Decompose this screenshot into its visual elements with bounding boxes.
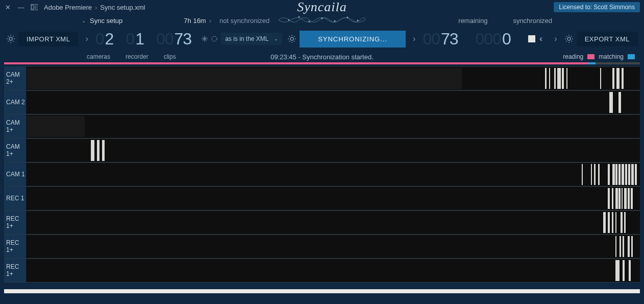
clip[interactable]: [566, 68, 567, 89]
clip[interactable]: [623, 236, 624, 257]
track-row[interactable]: CAM 1+: [4, 114, 640, 138]
track-body[interactable]: [27, 114, 640, 138]
clip[interactable]: [616, 68, 620, 89]
clip[interactable]: [618, 164, 621, 185]
track-body[interactable]: [27, 66, 640, 90]
clip[interactable]: [582, 164, 583, 185]
clip[interactable]: [624, 212, 626, 233]
clip[interactable]: [615, 236, 616, 257]
clip[interactable]: [608, 212, 610, 233]
clip[interactable]: [622, 164, 624, 185]
track-row[interactable]: CAM 1: [4, 162, 640, 186]
clip[interactable]: [628, 236, 630, 257]
clip[interactable]: [631, 236, 632, 257]
clip[interactable]: [594, 164, 596, 185]
clip[interactable]: [631, 188, 633, 209]
clip[interactable]: [620, 236, 621, 257]
clip[interactable]: [624, 188, 627, 209]
track-row[interactable]: REC 1+: [4, 211, 640, 235]
horizontal-scrollbar[interactable]: [4, 289, 640, 293]
clip[interactable]: [623, 260, 625, 281]
clip[interactable]: [608, 188, 610, 209]
track-row[interactable]: REC 1+: [4, 235, 640, 259]
export-button[interactable]: EXPORT XML: [577, 32, 638, 46]
rewind-icon[interactable]: ‹‹: [539, 34, 541, 43]
import-button[interactable]: IMPORT XML: [18, 32, 78, 46]
synchronized-digits: 0000: [476, 30, 511, 49]
clip[interactable]: [635, 164, 637, 185]
clip[interactable]: [91, 140, 94, 161]
clip[interactable]: [615, 188, 618, 209]
track-body[interactable]: [27, 259, 640, 282]
clip[interactable]: [612, 68, 614, 89]
mode-dropdown[interactable]: as is in the XML ⌄: [221, 33, 282, 45]
track-label[interactable]: CAM 1+: [4, 138, 27, 162]
gear-icon[interactable]: [6, 34, 15, 43]
clip[interactable]: [618, 92, 621, 113]
clip[interactable]: [608, 164, 610, 185]
track-label[interactable]: CAM 1+: [4, 114, 27, 138]
clip[interactable]: [631, 164, 634, 185]
clip[interactable]: [557, 68, 561, 89]
clip[interactable]: [591, 164, 592, 185]
track-label[interactable]: REC 1+: [4, 259, 27, 282]
clip[interactable]: [625, 164, 627, 185]
breadcrumb-app[interactable]: Adobe Premiere: [44, 4, 92, 11]
clip[interactable]: [622, 188, 623, 209]
clip[interactable]: [628, 188, 630, 209]
chevron-down-icon[interactable]: ⌄: [82, 18, 86, 24]
clip[interactable]: [618, 188, 621, 209]
track-body[interactable]: [27, 162, 640, 186]
track-body[interactable]: [27, 90, 640, 114]
track-label[interactable]: CAM 1: [4, 162, 27, 186]
clip[interactable]: [97, 140, 100, 161]
track-body[interactable]: [27, 235, 640, 258]
chevron-right-icon[interactable]: ›: [81, 34, 92, 43]
clip[interactable]: [27, 116, 85, 137]
clip[interactable]: [27, 68, 462, 89]
chevron-right-icon[interactable]: ›: [409, 34, 419, 43]
clip[interactable]: [598, 164, 599, 185]
clip[interactable]: [609, 92, 613, 113]
gear-icon[interactable]: [564, 34, 574, 43]
clip[interactable]: [600, 68, 601, 89]
sync-button[interactable]: SYNCHRONIZING...: [300, 31, 406, 48]
clip[interactable]: [545, 68, 547, 89]
track-label[interactable]: REC 1+: [4, 235, 27, 258]
clip[interactable]: [615, 260, 620, 281]
clip[interactable]: [612, 164, 615, 185]
clip[interactable]: [549, 68, 550, 89]
clip[interactable]: [622, 68, 624, 89]
chevron-right-icon[interactable]: ›: [550, 34, 561, 43]
track-row[interactable]: REC 1+: [4, 259, 640, 283]
track-body[interactable]: [27, 186, 640, 210]
close-icon[interactable]: ✕: [4, 4, 11, 11]
track-label[interactable]: REC 1: [4, 186, 27, 210]
track-row[interactable]: CAM 2: [4, 90, 640, 114]
stop-button[interactable]: [528, 35, 535, 42]
clip[interactable]: [628, 164, 630, 185]
clip[interactable]: [562, 68, 564, 89]
clip[interactable]: [629, 260, 631, 281]
track-row[interactable]: REC 1: [4, 186, 640, 211]
clip[interactable]: [603, 212, 606, 233]
clip[interactable]: [554, 68, 556, 89]
clip[interactable]: [612, 212, 614, 233]
track-row[interactable]: CAM 2+: [4, 66, 640, 90]
clip[interactable]: [621, 212, 623, 233]
minimize-icon[interactable]: —: [17, 4, 24, 11]
track-area[interactable]: CAM 2+CAM 2CAM 1+CAM 1+CAM 1REC 1REC 1+R…: [0, 66, 644, 288]
clip[interactable]: [612, 188, 614, 209]
gear-icon[interactable]: [287, 34, 296, 43]
track-body[interactable]: [27, 211, 640, 234]
mode-icons[interactable]: [201, 35, 218, 43]
breadcrumb-file[interactable]: Sync setup.xml: [100, 4, 145, 11]
clip[interactable]: [102, 140, 105, 161]
track-body[interactable]: [27, 138, 640, 162]
track-row[interactable]: CAM 1+: [4, 138, 640, 162]
track-label[interactable]: CAM 2+: [4, 66, 27, 90]
track-label[interactable]: REC 1+: [4, 211, 27, 234]
clip[interactable]: [615, 164, 617, 185]
track-label[interactable]: CAM 2: [4, 90, 27, 114]
clip[interactable]: [615, 212, 616, 233]
